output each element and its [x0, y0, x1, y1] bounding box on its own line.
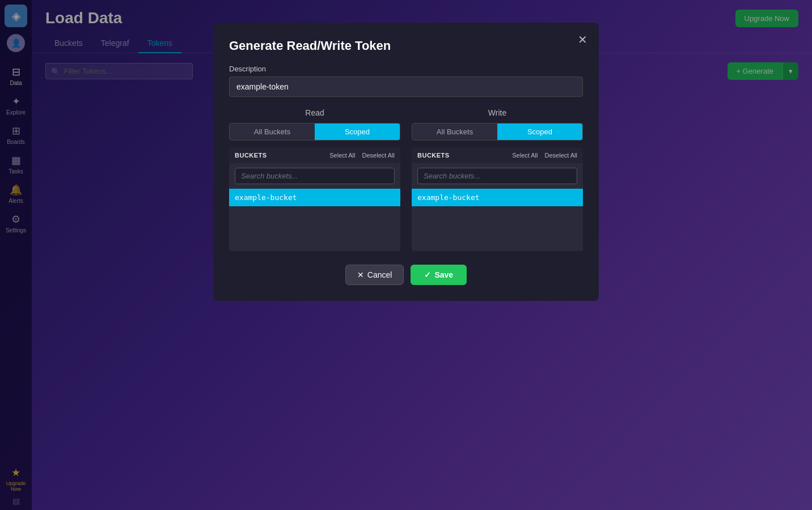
cancel-icon: ✕: [357, 270, 364, 279]
read-header: Read: [229, 108, 400, 117]
read-bucket-actions: Select All Deselect All: [329, 152, 395, 159]
write-header: Write: [412, 108, 583, 117]
write-bucket-item[interactable]: example-bucket: [412, 189, 583, 206]
write-bucket-search[interactable]: [417, 168, 577, 184]
read-buckets-header: BUCKETS Select All Deselect All: [229, 147, 400, 163]
read-write-columns: Read All Buckets Scoped BUCKETS Select A…: [229, 108, 583, 251]
save-button[interactable]: ✓ Save: [411, 265, 467, 285]
cancel-button[interactable]: ✕ Cancel: [345, 265, 404, 285]
write-bucket-list: example-bucket: [412, 189, 583, 251]
modal-title: Generate Read/Write Token: [229, 39, 583, 53]
write-buckets-header: BUCKETS Select All Deselect All: [412, 147, 583, 163]
read-deselect-all-btn[interactable]: Deselect All: [362, 152, 395, 159]
read-column: Read All Buckets Scoped BUCKETS Select A…: [229, 108, 400, 251]
read-buckets-panel: BUCKETS Select All Deselect All example-…: [229, 147, 400, 251]
read-bucket-list: example-bucket: [229, 189, 400, 251]
write-all-buckets-btn[interactable]: All Buckets: [412, 124, 497, 140]
cancel-label: Cancel: [367, 270, 392, 279]
description-input[interactable]: [229, 76, 583, 97]
read-bucket-search[interactable]: [235, 168, 395, 184]
write-toggle-group: All Buckets Scoped: [412, 123, 583, 141]
modal-overlay: Generate Read/Write Token ✕ Description …: [0, 0, 812, 510]
write-select-all-btn[interactable]: Select All: [512, 152, 538, 159]
read-buckets-label: BUCKETS: [235, 152, 267, 159]
description-label: Description: [229, 65, 583, 73]
save-label: Save: [434, 270, 453, 279]
read-select-all-btn[interactable]: Select All: [329, 152, 355, 159]
read-all-buckets-btn[interactable]: All Buckets: [230, 124, 315, 140]
write-buckets-label: BUCKETS: [417, 152, 450, 159]
modal-close-button[interactable]: ✕: [578, 34, 587, 45]
save-icon: ✓: [424, 270, 431, 279]
token-modal: Generate Read/Write Token ✕ Description …: [213, 23, 599, 301]
write-deselect-all-btn[interactable]: Deselect All: [545, 152, 577, 159]
write-scoped-btn[interactable]: Scoped: [497, 124, 582, 140]
write-column: Write All Buckets Scoped BUCKETS Select …: [412, 108, 583, 251]
write-bucket-actions: Select All Deselect All: [512, 152, 577, 159]
modal-footer: ✕ Cancel ✓ Save: [229, 265, 583, 285]
read-scoped-btn[interactable]: Scoped: [315, 124, 400, 140]
read-bucket-item[interactable]: example-bucket: [229, 189, 400, 206]
read-toggle-group: All Buckets Scoped: [229, 123, 400, 141]
write-buckets-panel: BUCKETS Select All Deselect All example-…: [412, 147, 583, 251]
